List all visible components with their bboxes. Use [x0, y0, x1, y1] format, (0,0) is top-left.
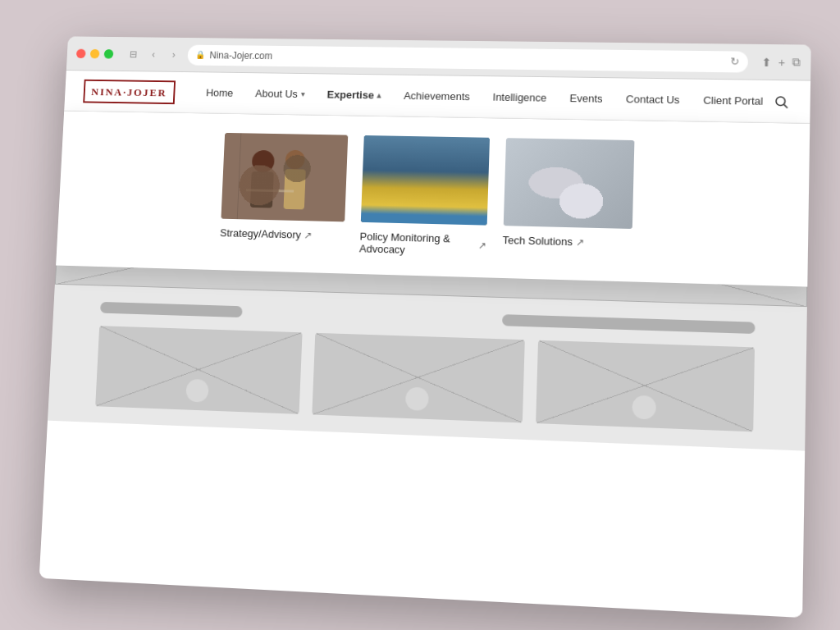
- svg-line-26: [552, 192, 584, 193]
- nav-items: Home About Us ▾ Expertise ▴ Achievements…: [206, 87, 773, 107]
- svg-rect-23: [576, 146, 585, 171]
- expertise-dropdown: Strategy/Advisory ↗: [56, 111, 810, 286]
- svg-point-3: [251, 150, 274, 173]
- svg-rect-20: [549, 155, 587, 213]
- svg-line-1: [784, 104, 788, 107]
- section-subtitle-bar: [502, 314, 756, 334]
- nav-item-contact[interactable]: Contact Us: [626, 93, 680, 106]
- svg-rect-11: [407, 156, 416, 174]
- nav-item-achievements[interactable]: Achievements: [404, 89, 470, 103]
- svg-line-17: [444, 145, 445, 166]
- svg-line-16: [415, 144, 444, 157]
- share-icon[interactable]: ⬆: [761, 55, 772, 68]
- chevron-up-icon: ▴: [377, 91, 381, 100]
- card-wireframe-3: [536, 340, 755, 432]
- svg-rect-19: [503, 138, 634, 229]
- maximize-button[interactable]: [104, 49, 114, 59]
- svg-rect-24: [577, 154, 591, 174]
- external-link-icon: ↗: [304, 229, 313, 240]
- tabs-icon[interactable]: ⧉: [792, 55, 801, 69]
- strategy-advisory-label: Strategy/Advisory ↗: [220, 226, 344, 242]
- back-button[interactable]: ‹: [145, 46, 162, 62]
- close-button[interactable]: [76, 48, 86, 58]
- nav-item-home[interactable]: Home: [206, 87, 234, 99]
- svg-point-5: [285, 150, 304, 170]
- svg-rect-10: [386, 172, 460, 206]
- svg-rect-9: [360, 135, 489, 226]
- website-content: NINA·JOJER Home About Us ▾ Expertise ▴ A…: [39, 71, 810, 618]
- nav-item-events[interactable]: Events: [569, 92, 603, 104]
- nav-item-client-portal[interactable]: Client Portal: [703, 94, 763, 107]
- reload-icon[interactable]: ↻: [730, 55, 740, 67]
- external-link-icon-3: ↗: [576, 236, 585, 248]
- nav-item-about[interactable]: About Us ▾: [255, 88, 305, 100]
- svg-rect-8: [236, 133, 241, 219]
- svg-rect-27: [555, 165, 562, 168]
- url-text: Nina-Jojer.com: [209, 49, 272, 61]
- section-title-bar: [100, 302, 243, 317]
- svg-rect-2: [221, 133, 348, 221]
- card-wireframe-1: [95, 326, 302, 414]
- svg-rect-29: [578, 165, 585, 168]
- lock-icon: 🔒: [195, 50, 205, 59]
- svg-line-25: [552, 184, 584, 185]
- cards-row-wireframe: [95, 326, 755, 431]
- external-link-icon-2: ↗: [477, 240, 486, 251]
- browser-window: ⊟ ‹ › 🔒 Nina-Jojer.com ↻ ⬆ + ⧉ NINA·JOJE…: [39, 36, 811, 618]
- dropdown-card-policy[interactable]: Policy Monitoring & Advocacy ↗: [359, 135, 490, 258]
- card-wireframe-2: [312, 333, 525, 423]
- policy-monitoring-image: [360, 135, 489, 226]
- browser-controls: ⊟ ‹ ›: [126, 46, 182, 62]
- sidebar-toggle[interactable]: ⊟: [126, 46, 142, 62]
- new-tab-icon[interactable]: +: [778, 56, 786, 69]
- chevron-down-icon: ▾: [301, 89, 305, 98]
- svg-rect-15: [361, 203, 487, 210]
- logo-text: NINA·JOJER: [91, 85, 167, 98]
- bottom-wireframe-section: [48, 285, 807, 451]
- tech-solutions-label: Tech Solutions ↗: [502, 234, 632, 249]
- svg-rect-21: [553, 147, 562, 170]
- svg-rect-14: [360, 203, 487, 225]
- tech-solutions-image: [503, 138, 634, 229]
- svg-rect-13: [443, 165, 448, 175]
- browser-actions: ⬆ + ⧉: [761, 55, 801, 70]
- search-button[interactable]: [773, 93, 790, 109]
- svg-rect-18: [363, 135, 490, 174]
- dropdown-card-strategy[interactable]: Strategy/Advisory ↗: [219, 133, 348, 254]
- nav-item-intelligence[interactable]: Intelligence: [492, 91, 546, 104]
- forward-button[interactable]: ›: [166, 47, 182, 62]
- policy-monitoring-label: Policy Monitoring & Advocacy ↗: [359, 231, 486, 258]
- svg-rect-22: [564, 143, 573, 169]
- nav-item-expertise[interactable]: Expertise ▴: [326, 89, 381, 102]
- svg-rect-6: [283, 169, 305, 209]
- strategy-advisory-image: [221, 133, 348, 221]
- dropdown-card-tech[interactable]: Tech Solutions ↗: [502, 138, 634, 262]
- svg-rect-4: [249, 171, 273, 208]
- address-bar[interactable]: 🔒 Nina-Jojer.com ↻: [187, 44, 748, 72]
- svg-rect-7: [245, 189, 293, 192]
- traffic-lights: [76, 48, 114, 58]
- svg-rect-12: [427, 161, 434, 175]
- minimize-button[interactable]: [90, 48, 100, 58]
- svg-point-0: [776, 97, 785, 106]
- svg-rect-28: [567, 163, 573, 167]
- logo[interactable]: NINA·JOJER: [83, 79, 176, 103]
